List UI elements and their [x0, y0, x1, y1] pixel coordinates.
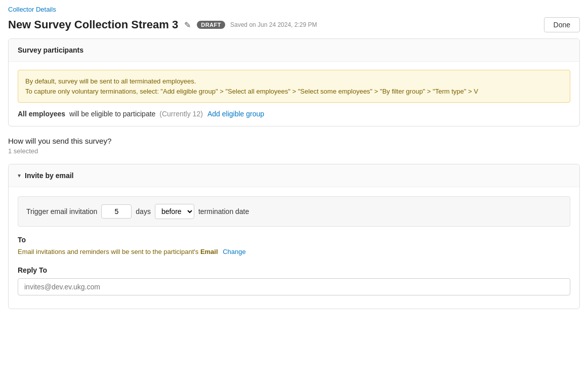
- info-line1: By default, survey will be sent to all t…: [25, 76, 563, 87]
- to-description-part1: Email invitations and reminders will be …: [18, 248, 198, 255]
- to-section: To Email invitations and reminders will …: [18, 236, 570, 257]
- done-button[interactable]: Done: [544, 17, 580, 32]
- reply-to-label: Reply To: [18, 266, 570, 274]
- chevron-down-icon[interactable]: ▾: [18, 172, 21, 179]
- termination-date-label: termination date: [198, 207, 249, 216]
- saved-timestamp: Saved on Jun 24 2024, 2:29 PM: [230, 21, 317, 28]
- page-title: New Survey Collection Stream 3: [8, 18, 178, 31]
- to-description: Email invitations and reminders will be …: [18, 247, 570, 257]
- send-survey-selected: 1 selected: [8, 147, 580, 155]
- days-label: days: [136, 207, 151, 216]
- to-label: To: [18, 236, 570, 244]
- edit-title-button[interactable]: ✎: [183, 19, 192, 31]
- invite-by-email-body: Trigger email invitation days before aft…: [9, 187, 579, 309]
- currently-count: (Currently 12): [159, 110, 203, 118]
- survey-participants-title: Survey participants: [18, 46, 83, 54]
- eligibility-middle: will be eligible to participate: [67, 110, 157, 118]
- change-email-link[interactable]: Change: [223, 248, 246, 255]
- to-email-bold: Email: [200, 248, 218, 255]
- reply-to-input[interactable]: [18, 278, 570, 295]
- invite-by-email-card: ▾ Invite by email Trigger email invitati…: [8, 164, 580, 309]
- add-eligible-group-link[interactable]: Add eligible group: [207, 110, 264, 118]
- draft-badge: DRAFT: [197, 21, 225, 29]
- reply-to-section: Reply To: [18, 266, 570, 295]
- survey-participants-body: By default, survey will be sent to all t…: [9, 62, 579, 126]
- days-input[interactable]: [101, 204, 132, 219]
- trigger-row: Trigger email invitation days before aft…: [18, 196, 570, 227]
- survey-participants-header: Survey participants: [9, 39, 579, 62]
- breadcrumb-link[interactable]: Collector Details: [8, 6, 56, 13]
- trigger-label: Trigger email invitation: [26, 207, 97, 216]
- survey-participants-card: Survey participants By default, survey w…: [8, 38, 580, 126]
- send-survey-question: How will you send this survey?: [8, 137, 580, 145]
- send-survey-section: How will you send this survey? 1 selecte…: [8, 137, 580, 155]
- invite-by-email-title: Invite by email: [25, 171, 73, 180]
- eligibility-line: All employees will be eligible to partic…: [18, 110, 570, 118]
- info-line2: To capture only voluntary terminations, …: [25, 87, 563, 97]
- invite-by-email-header: ▾ Invite by email: [9, 164, 579, 187]
- info-box: By default, survey will be sent to all t…: [18, 70, 570, 103]
- before-after-select[interactable]: before after: [155, 204, 194, 219]
- eligibility-bold: All employees: [18, 110, 65, 118]
